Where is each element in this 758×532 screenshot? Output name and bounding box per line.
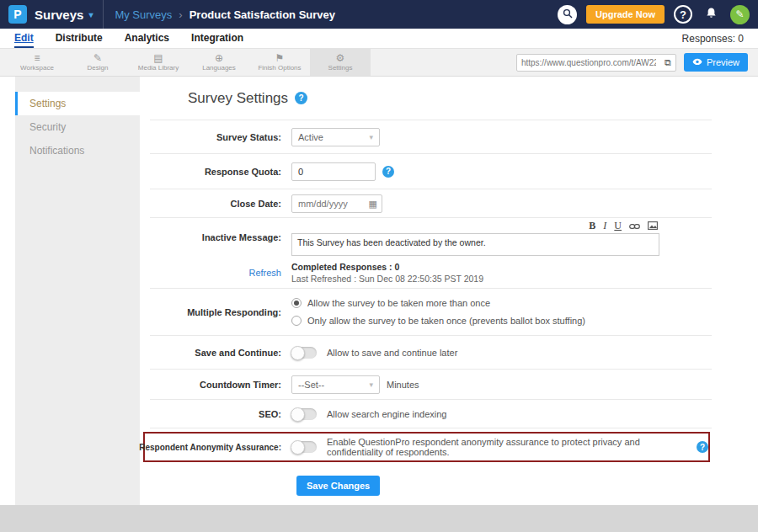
inactive-message-textarea[interactable]: This Survey has been deactivated by the … [291,233,659,256]
respondent-anonymity-description: Enable QuestionPro respondent anonymity … [327,437,690,457]
help-button[interactable]: ? [674,5,692,24]
close-date-label: Close Date: [230,199,281,209]
tab-edit[interactable]: Edit [14,29,34,48]
radio-button-checked [291,298,302,308]
save-row: Save Changes [140,464,712,496]
toolbar-item-workspace[interactable]: ≡ Workspace [7,49,67,76]
chevron-down-icon: ▾ [369,133,373,141]
toolbar-item-design[interactable]: ✎ Design [67,49,128,76]
toolbar-item-finish-options[interactable]: ⚑ Finish Options [249,49,310,76]
logo-letter: P [13,8,21,21]
link-icon[interactable] [629,221,640,231]
tab-distribute[interactable]: Distribute [56,29,103,48]
italic-button[interactable]: I [603,221,606,231]
completed-responses-text: Completed Responses : 0 [291,262,483,272]
toolbar-item-media-library[interactable]: ▤ Media Library [128,49,189,76]
question-mark-icon: ? [680,8,686,21]
toolbar-right: ⧉ Preview [516,49,758,76]
breadcrumb-separator: › [179,8,182,21]
countdown-timer-units: Minutes [387,380,419,390]
radio-button-unchecked [291,316,302,326]
survey-status-row: Survey Status: Active ▾ [150,120,712,154]
pencil-icon: ✎ [735,8,744,20]
notifications-button[interactable] [702,5,721,24]
tab-analytics[interactable]: Analytics [125,29,169,48]
search-icon [563,7,573,22]
image-icon[interactable] [648,221,658,231]
countdown-timer-row: Countdown Timer: --Set-- ▾ Minutes [150,370,712,400]
main-area: Settings Security Notifications Survey S… [0,77,758,505]
survey-status-select[interactable]: Active ▾ [291,128,380,146]
response-quota-help-icon[interactable]: ? [382,166,394,178]
calendar-icon[interactable]: ▦ [369,199,377,210]
design-icon: ✎ [93,53,102,63]
survey-url-input[interactable] [517,58,660,67]
inactive-message-row: Inactive Message: B I U This Survey has … [150,218,712,257]
topbar-actions: Upgrade Now ? ✎ [558,5,750,24]
sidebar-item-settings[interactable]: Settings [15,92,140,115]
respondent-anonymity-label: Respondent Anonymity Assurance: [139,443,281,452]
section-tabs: Edit Distribute Analytics Integration [14,29,243,48]
toolbar-item-settings[interactable]: ⚙ Settings [310,49,371,76]
eye-icon [692,57,702,67]
respondent-anonymity-toggle[interactable] [291,441,317,453]
surveys-app-menu[interactable]: Surveys ▾ [35,0,104,29]
close-date-row: Close Date: ▦ [150,189,712,218]
survey-status-label: Survey Status: [216,132,281,142]
breadcrumb: My Surveys › Product Satisfaction Survey [115,8,335,21]
save-and-continue-row: Save and Continue: Allow to save and con… [150,336,712,370]
refresh-row: Refresh Completed Responses : 0 Last Ref… [150,257,712,289]
page-footer [0,505,758,532]
tab-integration[interactable]: Integration [191,29,243,48]
settings-sidebar: Settings Security Notifications [15,77,140,505]
inactive-message-label: Inactive Message: [202,232,281,242]
save-and-continue-description: Allow to save and continue later [327,348,457,358]
response-quota-label: Response Quota: [205,167,281,177]
sidebar-item-security[interactable]: Security [15,115,140,139]
refresh-link[interactable]: Refresh [248,268,281,278]
chevron-down-icon: ▾ [88,10,93,19]
save-changes-button[interactable]: Save Changes [296,476,380,496]
toolbar-item-languages[interactable]: ⊕ Languages [189,49,249,76]
survey-url-box: ⧉ [516,54,676,72]
response-quota-input[interactable] [291,162,376,181]
seo-row: SEO: Allow search engine indexing [150,400,712,428]
languages-icon: ⊕ [215,53,223,63]
response-quota-row: Response Quota: ? [150,154,712,189]
last-refreshed-text: Last Refreshed : Sun Dec 08 22:50:35 PST… [291,274,483,284]
questionpro-logo[interactable]: P [8,5,27,24]
settings-content: Survey Settings ? Survey Status: Active … [140,77,758,505]
edit-profile-button[interactable]: ✎ [730,5,750,24]
countdown-timer-select[interactable]: --Set-- ▾ [291,375,380,394]
multiple-responding-label: Multiple Responding: [187,307,281,317]
gear-icon: ⚙ [336,53,345,63]
media-library-icon: ▤ [153,53,163,63]
seo-description: Allow search engine indexing [327,409,446,419]
chevron-down-icon: ▾ [369,380,373,389]
edit-toolbar: ≡ Workspace ✎ Design ▤ Media Library ⊕ L… [0,48,758,77]
save-and-continue-label: Save and Continue: [195,348,281,358]
search-button[interactable] [558,5,577,24]
responses-info: Completed Responses : 0 Last Refreshed :… [291,262,483,284]
multiple-responding-row: Multiple Responding: Allow the survey to… [150,289,712,336]
breadcrumb-my-surveys[interactable]: My Surveys [115,8,172,21]
seo-label: SEO: [259,409,281,419]
section-navbar: Edit Distribute Analytics Integration Re… [0,29,758,48]
sidebar-item-notifications[interactable]: Notifications [15,139,140,162]
breadcrumb-current-survey: Product Satisfaction Survey [190,8,335,21]
respondent-anonymity-help-icon[interactable]: ? [697,441,708,453]
app-name: Surveys [35,8,83,22]
radio-multiple-allowed[interactable]: Allow the survey to be taken more than o… [291,298,585,308]
title-row: Survey Settings ? [150,77,712,120]
countdown-timer-label: Countdown Timer: [200,380,281,390]
copy-url-icon[interactable]: ⧉ [660,57,675,68]
bell-icon [705,7,718,23]
upgrade-button[interactable]: Upgrade Now [586,5,665,24]
save-and-continue-toggle[interactable] [291,347,317,359]
bold-button[interactable]: B [589,221,595,231]
seo-toggle[interactable] [291,408,317,420]
radio-once-only[interactable]: Only allow the survey to be taken once (… [291,316,585,326]
survey-settings-help-icon[interactable]: ? [295,92,307,104]
underline-button[interactable]: U [614,221,622,231]
preview-button[interactable]: Preview [684,53,748,72]
